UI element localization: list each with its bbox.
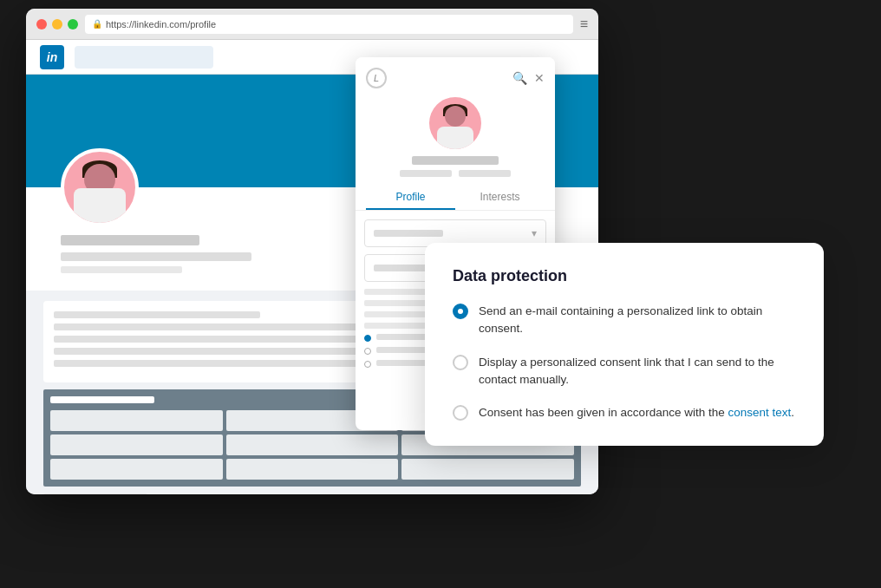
plugin-top-bar: L 🔍 ✕ xyxy=(366,68,545,88)
bottom-placeholder xyxy=(43,493,147,494)
table-cell xyxy=(50,410,223,431)
table-header xyxy=(50,396,154,403)
bullet-filled-icon xyxy=(364,335,371,342)
plugin-tabs: Profile Interests xyxy=(366,186,545,210)
dp-option-3[interactable]: Consent has been given in accordance wit… xyxy=(453,404,796,421)
url-text: https://linkedin.com/profile xyxy=(106,19,216,29)
tab-profile[interactable]: Profile xyxy=(366,186,455,210)
plugin-search-icon[interactable]: 🔍 xyxy=(512,71,527,85)
browser-toolbar: 🔒 https://linkedin.com/profile ≡ xyxy=(26,9,598,40)
dp-option-2-text: Display a personalized consent link that… xyxy=(479,354,796,389)
plugin-meta-bar xyxy=(459,170,511,177)
traffic-light-green[interactable] xyxy=(68,19,78,29)
table-row xyxy=(50,459,574,480)
plugin-logo-text: L xyxy=(374,73,379,83)
plugin-logo: L xyxy=(366,68,387,88)
plugin-header: L 🔍 ✕ xyxy=(356,57,555,211)
lock-icon: 🔒 xyxy=(92,19,102,29)
tab-interests[interactable]: Interests xyxy=(455,186,545,210)
dp-option-2[interactable]: Display a personalized consent link that… xyxy=(453,354,796,389)
plugin-meta-bar xyxy=(400,170,452,177)
traffic-light-yellow[interactable] xyxy=(52,19,62,29)
dropdown-placeholder xyxy=(374,230,443,237)
dp-option-3-text-after: . xyxy=(791,406,794,419)
profile-title-placeholder xyxy=(61,252,251,261)
plugin-meta-bars xyxy=(366,170,545,177)
dp-option-3-text: Consent has been given in accordance wit… xyxy=(479,404,794,421)
profile-avatar-container xyxy=(61,148,139,226)
dp-option-1-text: Send an e-mail containing a personalized… xyxy=(479,303,796,338)
linkedin-logo: in xyxy=(40,45,64,69)
browser-menu-icon[interactable]: ≡ xyxy=(580,16,588,32)
profile-avatar xyxy=(61,148,139,226)
placeholder-line xyxy=(54,336,364,343)
table-cell xyxy=(226,459,399,480)
plugin-top-actions: 🔍 ✕ xyxy=(512,71,545,85)
bullet-empty-icon xyxy=(364,348,371,355)
chevron-down-icon: ▾ xyxy=(532,227,537,239)
plugin-close-icon[interactable]: ✕ xyxy=(534,71,545,85)
plugin-person-figure xyxy=(429,97,481,149)
plugin-contact-name xyxy=(412,156,499,165)
linkedin-search[interactable] xyxy=(75,46,213,69)
radio-button-selected[interactable] xyxy=(453,304,468,319)
table-cell xyxy=(50,459,223,480)
plugin-person-head xyxy=(445,106,466,127)
dp-option-3-text-before: Consent has been given in accordance wit… xyxy=(479,406,728,419)
traffic-lights xyxy=(36,19,78,29)
data-protection-card: Data protection Send an e-mail containin… xyxy=(425,243,824,446)
plugin-person-body xyxy=(437,127,473,149)
table-cell xyxy=(401,459,574,480)
placeholder-line xyxy=(54,311,260,318)
traffic-light-red[interactable] xyxy=(36,19,47,29)
dp-options: Send an e-mail containing a personalized… xyxy=(453,303,796,421)
plugin-contact-avatar xyxy=(429,97,481,149)
table-cell xyxy=(226,434,399,455)
table-cell xyxy=(50,434,223,455)
consent-text-link[interactable]: consent text xyxy=(728,406,791,419)
bullet-empty-icon xyxy=(364,361,371,368)
url-bar[interactable]: 🔒 https://linkedin.com/profile xyxy=(85,15,573,34)
profile-name-placeholder xyxy=(61,235,199,245)
radio-button-unselected[interactable] xyxy=(453,355,468,370)
person-body xyxy=(74,188,126,223)
profile-location-placeholder xyxy=(61,266,182,273)
data-protection-title: Data protection xyxy=(453,267,796,285)
dp-option-1[interactable]: Send an e-mail containing a personalized… xyxy=(453,303,796,338)
placeholder-line xyxy=(54,360,364,367)
person-figure xyxy=(64,152,135,223)
radio-button-unselected-2[interactable] xyxy=(453,405,468,421)
